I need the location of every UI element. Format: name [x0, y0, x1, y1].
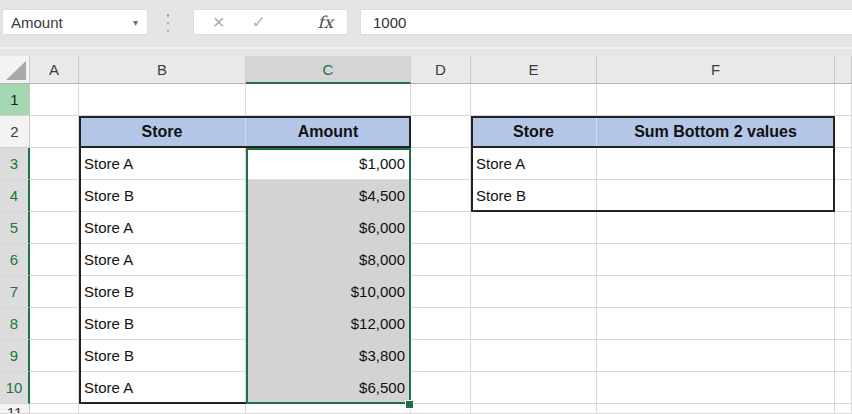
selection-fill-handle[interactable]	[405, 400, 414, 409]
cell-A1[interactable]	[30, 84, 79, 116]
row-header-8[interactable]: 8	[0, 308, 30, 340]
cell-G4[interactable]	[835, 180, 852, 212]
row-header-4[interactable]: 4	[0, 180, 30, 212]
cell-B8[interactable]: Store B	[79, 308, 246, 340]
cell-E4[interactable]: Store B	[471, 180, 597, 212]
cell-C2[interactable]: Amount	[246, 116, 411, 148]
cell-F4[interactable]	[597, 180, 835, 212]
cell-B11[interactable]	[79, 404, 246, 414]
cell-G3[interactable]	[835, 148, 852, 180]
select-all-corner[interactable]	[0, 56, 30, 84]
cell-A6[interactable]	[30, 244, 79, 276]
cell-F11[interactable]	[597, 404, 835, 414]
row-header-7[interactable]: 7	[0, 276, 30, 308]
column-header-C[interactable]: C	[246, 56, 411, 84]
insert-function-icon[interactable]: fx	[318, 13, 333, 32]
cell-C8[interactable]: $12,000	[246, 308, 411, 340]
cell-F7[interactable]	[597, 276, 835, 308]
enter-icon[interactable]: ✓	[251, 12, 265, 33]
cell-C5[interactable]: $6,000	[246, 212, 411, 244]
cell-A3[interactable]	[30, 148, 79, 180]
cell-D11[interactable]	[411, 404, 471, 414]
cell-A11[interactable]	[30, 404, 79, 414]
cell-G11[interactable]	[835, 404, 852, 414]
cell-B9[interactable]: Store B	[79, 340, 246, 372]
cell-F6[interactable]	[597, 244, 835, 276]
cell-B7[interactable]: Store B	[79, 276, 246, 308]
cell-A2[interactable]	[30, 116, 79, 148]
row-header-5[interactable]: 5	[0, 212, 30, 244]
cell-E11[interactable]	[471, 404, 597, 414]
cell-D5[interactable]	[411, 212, 471, 244]
cell-C7[interactable]: $10,000	[246, 276, 411, 308]
cell-F9[interactable]	[597, 340, 835, 372]
row-header-3[interactable]: 3	[0, 148, 30, 180]
cell-C10[interactable]: $6,500	[246, 372, 411, 404]
cell-D3[interactable]	[411, 148, 471, 180]
cell-C11[interactable]	[246, 404, 411, 414]
name-box[interactable]: Amount ▾	[2, 9, 148, 35]
formula-input[interactable]: 1000	[360, 9, 852, 35]
cell-B10[interactable]: Store A	[79, 372, 246, 404]
cell-F10[interactable]	[597, 372, 835, 404]
row-header-9[interactable]: 9	[0, 340, 30, 372]
formula-bar-resize-handle[interactable]	[163, 14, 173, 32]
cell-G10[interactable]	[835, 372, 852, 404]
cell-E7[interactable]	[471, 276, 597, 308]
row-header-1[interactable]: 1	[0, 84, 30, 116]
column-header-B[interactable]: B	[79, 56, 246, 84]
cell-C6[interactable]: $8,000	[246, 244, 411, 276]
cell-D1[interactable]	[411, 84, 471, 116]
cell-E5[interactable]	[471, 212, 597, 244]
cell-D2[interactable]	[411, 116, 471, 148]
cell-E10[interactable]	[471, 372, 597, 404]
row-header-11[interactable]: 11	[0, 404, 30, 414]
row-header-10[interactable]: 10	[0, 372, 30, 404]
cell-G7[interactable]	[835, 276, 852, 308]
cell-C3[interactable]: $1,000	[246, 148, 411, 180]
cell-F1[interactable]	[597, 84, 835, 116]
cell-E1[interactable]	[471, 84, 597, 116]
cell-G8[interactable]	[835, 308, 852, 340]
column-header-A[interactable]: A	[30, 56, 79, 84]
cell-B2[interactable]: Store	[79, 116, 246, 148]
cell-A5[interactable]	[30, 212, 79, 244]
cell-G2[interactable]	[835, 116, 852, 148]
cell-E2[interactable]: Store	[471, 116, 597, 148]
cell-B3[interactable]: Store A	[79, 148, 246, 180]
row-header-6[interactable]: 6	[0, 244, 30, 276]
cell-D10[interactable]	[411, 372, 471, 404]
cell-A7[interactable]	[30, 276, 79, 308]
cell-G1[interactable]	[835, 84, 852, 116]
name-box-dropdown-icon[interactable]: ▾	[133, 17, 147, 28]
cell-E6[interactable]	[471, 244, 597, 276]
cell-F8[interactable]	[597, 308, 835, 340]
column-header-G[interactable]	[835, 56, 852, 84]
cell-A8[interactable]	[30, 308, 79, 340]
cell-F5[interactable]	[597, 212, 835, 244]
cell-D8[interactable]	[411, 308, 471, 340]
cell-C9[interactable]: $3,800	[246, 340, 411, 372]
column-header-D[interactable]: D	[411, 56, 471, 84]
cell-E9[interactable]	[471, 340, 597, 372]
cell-F3[interactable]	[597, 148, 835, 180]
cancel-icon[interactable]: ✕	[212, 13, 225, 32]
cell-C1[interactable]	[246, 84, 411, 116]
row-header-2[interactable]: 2	[0, 116, 30, 148]
column-header-F[interactable]: F	[597, 56, 835, 84]
cell-D9[interactable]	[411, 340, 471, 372]
cell-C4[interactable]: $4,500	[246, 180, 411, 212]
column-header-E[interactable]: E	[471, 56, 597, 84]
cell-A10[interactable]	[30, 372, 79, 404]
cell-E3[interactable]: Store A	[471, 148, 597, 180]
cell-D6[interactable]	[411, 244, 471, 276]
cell-D7[interactable]	[411, 276, 471, 308]
cell-F2[interactable]: Sum Bottom 2 values	[597, 116, 835, 148]
cell-A4[interactable]	[30, 180, 79, 212]
cell-B6[interactable]: Store A	[79, 244, 246, 276]
cell-E8[interactable]	[471, 308, 597, 340]
cell-G9[interactable]	[835, 340, 852, 372]
cell-A9[interactable]	[30, 340, 79, 372]
cell-B5[interactable]: Store A	[79, 212, 246, 244]
cell-B1[interactable]	[79, 84, 246, 116]
